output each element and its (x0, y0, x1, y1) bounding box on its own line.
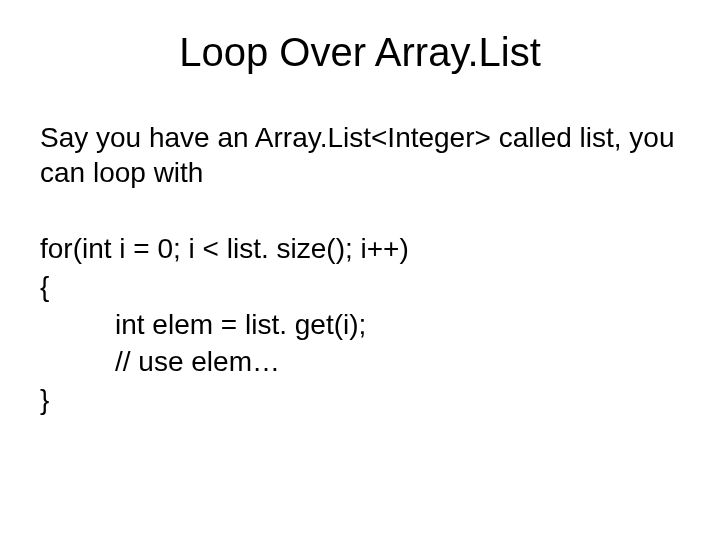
code-line-for: for(int i = 0; i < list. size(); i++) (40, 230, 680, 268)
code-block: for(int i = 0; i < list. size(); i++) { … (40, 230, 680, 419)
code-line-elem: int elem = list. get(i); (40, 306, 680, 344)
slide-content: Loop Over Array.List Say you have an Arr… (0, 0, 720, 439)
code-line-comment: // use elem… (40, 343, 680, 381)
slide-title: Loop Over Array.List (40, 30, 680, 75)
code-line-close-brace: } (40, 381, 680, 419)
code-line-open-brace: { (40, 268, 680, 306)
intro-text: Say you have an Array.List<Integer> call… (40, 120, 680, 190)
